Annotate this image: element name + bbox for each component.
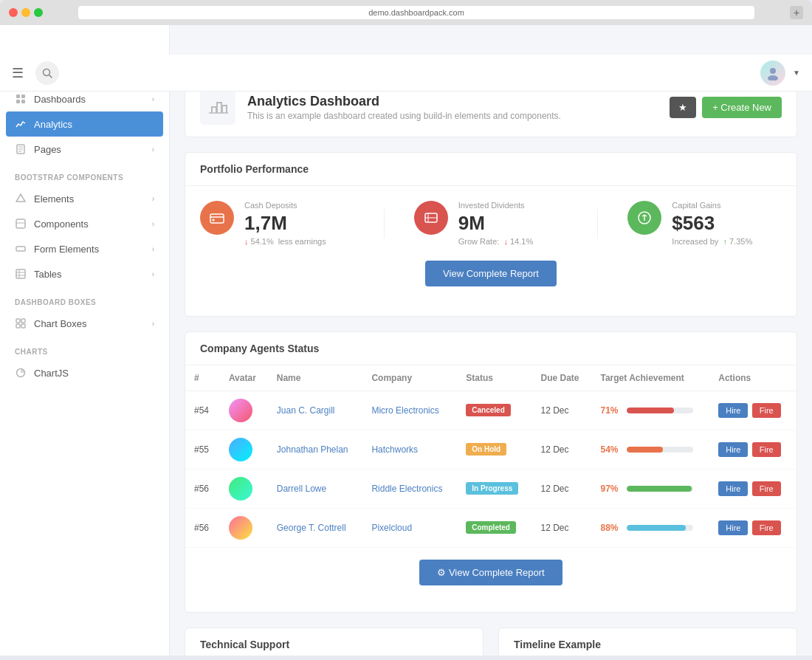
browser-chrome: demo.dashboardpack.com + (0, 0, 812, 25)
minimize-button[interactable] (21, 8, 30, 17)
svg-rect-21 (21, 319, 25, 323)
sidebar-item-components[interactable]: Components › (0, 211, 169, 236)
capital-gains-info: Capital Gains $563 Increased by ↑ 7.35% (672, 201, 752, 246)
progress-fill (627, 525, 685, 531)
hire-button[interactable]: Hire (718, 442, 748, 457)
sidebar-item-chart-boxes[interactable]: Chart Boxes › (0, 311, 169, 336)
sidebar: MAIN NAVIGATION Dashboards › Analytics P… (0, 25, 170, 656)
sidebar-item-form-elements[interactable]: Form Elements › (0, 236, 169, 261)
row-due-date: 12 Dec (532, 430, 592, 469)
row-name[interactable]: Johnathan Phelan (268, 430, 363, 469)
pages-chevron-icon: › (152, 145, 154, 154)
row-num: #54 (185, 391, 220, 430)
capital-gains-sub: Increased by ↑ 7.35% (672, 237, 752, 246)
svg-rect-4 (16, 94, 20, 98)
agents-table-container: # Avatar Name Company Status Due Date Ta… (185, 365, 796, 548)
search-button[interactable] (35, 61, 59, 85)
portfolio-view-report-button[interactable]: View Complete Report (425, 261, 557, 286)
divider-2 (597, 208, 598, 238)
cash-deposits-info: Cash Deposits 1,7M ↓ 54.1% less earnings (244, 201, 326, 246)
hire-button[interactable]: Hire (718, 481, 748, 496)
svg-rect-13 (16, 219, 25, 228)
technical-support-header: Technical Support (185, 628, 483, 656)
row-company[interactable]: Micro Electronics (362, 391, 457, 430)
form-elements-icon (15, 243, 27, 255)
sidebar-item-chartjs[interactable]: ChartJS (0, 360, 169, 385)
sidebar-item-tables[interactable]: Tables › (0, 261, 169, 286)
timeline-card: Timeline Example All Hands Meeting Yet a… (498, 628, 797, 656)
cash-deposits-icon (200, 201, 234, 235)
invested-dividents-icon (414, 201, 448, 235)
agent-avatar (229, 438, 252, 461)
row-actions: Hire Fire (709, 391, 796, 430)
svg-rect-5 (21, 94, 25, 98)
row-target: 71% (591, 391, 709, 430)
svg-rect-20 (16, 319, 20, 323)
new-tab-button[interactable]: + (790, 6, 803, 19)
agents-view-report-button[interactable]: ⚙ View Complete Report (419, 560, 562, 585)
capital-gains-arrow: ↑ (723, 237, 727, 246)
invested-label: Invested Dividents (458, 201, 534, 210)
progress-bar (627, 486, 693, 492)
sidebar-item-analytics[interactable]: Analytics (6, 111, 163, 137)
svg-point-28 (213, 219, 215, 221)
charts-label: CHARTS (0, 336, 169, 360)
pages-icon (15, 143, 27, 155)
hamburger-menu[interactable]: ☰ (12, 65, 24, 81)
elements-chevron-icon: › (152, 195, 154, 203)
fire-button[interactable]: Fire (752, 403, 781, 418)
avatar-icon (765, 66, 780, 80)
tables-chevron-icon: › (152, 270, 154, 278)
chart-boxes-icon (15, 317, 27, 329)
row-name[interactable]: Darrell Lowe (268, 469, 363, 508)
col-avatar: Avatar (220, 365, 268, 391)
maximize-button[interactable] (34, 8, 43, 17)
row-name[interactable]: George T. Cottrell (268, 508, 363, 547)
sidebar-elements-label: Elements (34, 193, 74, 204)
row-num: #56 (185, 469, 220, 508)
technical-support-card: Technical Support HELPDESK TICKETS 34 5%… (185, 628, 484, 656)
url-bar[interactable]: demo.dashboardpack.com (78, 6, 754, 19)
sidebar-chartjs-label: ChartJS (34, 368, 69, 379)
user-avatar[interactable] (760, 61, 785, 86)
sidebar-item-elements[interactable]: Elements › (0, 186, 169, 211)
invested-sub: Grow Rate: ↓ 14.1% (458, 237, 534, 246)
avatar-chevron-icon[interactable]: ▼ (793, 69, 800, 77)
row-company[interactable]: Hatchworks (362, 430, 457, 469)
status-badge: Completed (466, 521, 516, 534)
hire-button[interactable]: Hire (718, 403, 748, 418)
fire-button[interactable]: Fire (752, 442, 781, 457)
status-badge: On Hold (466, 443, 506, 456)
traffic-lights (9, 8, 43, 17)
sidebar-item-pages[interactable]: Pages › (0, 137, 169, 162)
page-subtitle: This is an example dashboard created usi… (247, 111, 561, 121)
hire-button[interactable]: Hire (718, 520, 748, 535)
dashboards-icon (15, 93, 27, 105)
row-status: On Hold (457, 430, 531, 469)
row-status: In Progress (457, 469, 531, 508)
col-target: Target Achievement (591, 365, 709, 391)
portfolio-stats: Cash Deposits 1,7M ↓ 54.1% less earnings (185, 186, 796, 261)
create-new-button[interactable]: + Create New (702, 97, 782, 118)
cash-deposits-sub: ↓ 54.1% less earnings (244, 237, 326, 246)
svg-point-3 (768, 75, 778, 80)
portfolio-card: Portfolio Performance Cash Deposits 1,7M (185, 152, 797, 317)
capital-gains-icon (627, 201, 661, 235)
fire-button[interactable]: Fire (752, 481, 781, 496)
table-row: #56 Darrell Lowe Riddle Electronics In P… (185, 469, 796, 508)
form-elements-chevron-icon: › (152, 245, 154, 253)
agent-avatar (229, 516, 252, 540)
row-due-date: 12 Dec (532, 508, 592, 547)
sidebar-chart-boxes-label: Chart Boxes (34, 318, 87, 329)
row-name[interactable]: Juan C. Cargill (268, 391, 363, 430)
row-company[interactable]: Pixelcloud (362, 508, 457, 547)
star-button[interactable]: ★ (670, 97, 696, 118)
sidebar-components-label: Components (34, 219, 89, 230)
fire-button[interactable]: Fire (752, 520, 781, 535)
close-button[interactable] (9, 8, 18, 17)
page-header-actions: ★ + Create New (670, 97, 782, 118)
progress-percent: 71% (600, 405, 621, 416)
cash-deposits-label: Cash Deposits (244, 201, 326, 210)
row-company[interactable]: Riddle Electronics (362, 469, 457, 508)
row-avatar (220, 508, 268, 547)
